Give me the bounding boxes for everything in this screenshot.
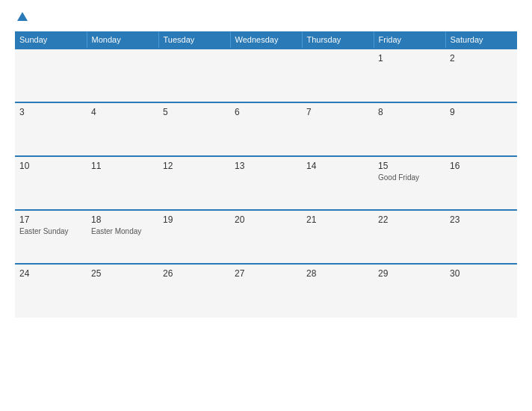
- day-number: 6: [235, 107, 297, 117]
- logo-triangle-icon: [17, 12, 28, 21]
- day-number: 3: [19, 107, 82, 117]
- calendar-cell: 9: [445, 102, 517, 156]
- day-header-tuesday: Tuesday: [158, 31, 230, 49]
- calendar-week-row: 17Easter Sunday18Easter Monday1920212223: [15, 210, 517, 264]
- calendar-cell: 21: [302, 210, 374, 264]
- calendar-cell: 4: [87, 102, 158, 156]
- day-number: 17: [19, 214, 82, 225]
- day-number: 22: [378, 214, 441, 225]
- day-number: 13: [235, 161, 297, 171]
- holiday-label: Good Friday: [378, 173, 441, 182]
- day-header-monday: Monday: [87, 31, 158, 49]
- calendar-cell: 28: [302, 264, 374, 318]
- calendar-cell: 6: [230, 102, 302, 156]
- calendar-cell: 17Easter Sunday: [15, 210, 87, 264]
- holiday-label: Easter Sunday: [19, 227, 82, 235]
- logo: [15, 12, 28, 22]
- calendar-cell: 16: [445, 156, 517, 210]
- calendar-cell: 5: [158, 102, 230, 156]
- calendar-cell: 15Good Friday: [374, 156, 445, 210]
- calendar-week-row: 24252627282930: [15, 264, 517, 318]
- calendar-table: SundayMondayTuesdayWednesdayThursdayFrid…: [15, 31, 517, 318]
- calendar-cell: 22: [374, 210, 445, 264]
- day-number: 30: [450, 268, 513, 279]
- day-number: 12: [163, 161, 226, 171]
- calendar-cell: 13: [230, 156, 302, 210]
- calendar-cell: [230, 49, 302, 102]
- day-number: 1: [378, 53, 441, 64]
- calendar-cell: 1: [374, 49, 445, 102]
- day-number: 26: [163, 268, 226, 279]
- calendar-cell: 20: [230, 210, 302, 264]
- calendar-cell: 14: [302, 156, 374, 210]
- calendar-cell: 18Easter Monday: [87, 210, 158, 264]
- calendar-header-row: SundayMondayTuesdayWednesdayThursdayFrid…: [15, 31, 517, 49]
- calendar-cell: 23: [445, 210, 517, 264]
- day-number: 20: [235, 214, 297, 225]
- day-header-friday: Friday: [374, 31, 445, 49]
- calendar-week-row: 3456789: [15, 102, 517, 156]
- calendar-cell: [15, 49, 87, 102]
- day-number: 4: [91, 107, 154, 117]
- calendar-week-row: 12: [15, 49, 517, 102]
- calendar-cell: [158, 49, 230, 102]
- calendar-cell: 7: [302, 102, 374, 156]
- day-header-sunday: Sunday: [15, 31, 87, 49]
- day-number: 8: [378, 107, 441, 117]
- calendar-header: [15, 12, 517, 22]
- calendar-cell: 26: [158, 264, 230, 318]
- day-number: 15: [378, 161, 441, 171]
- day-number: 28: [306, 268, 369, 279]
- day-number: 10: [19, 161, 82, 171]
- day-number: 9: [450, 107, 513, 117]
- calendar-cell: 12: [158, 156, 230, 210]
- day-number: 7: [306, 107, 369, 117]
- calendar-week-row: 101112131415Good Friday16: [15, 156, 517, 210]
- day-number: 5: [163, 107, 226, 117]
- calendar-cell: 27: [230, 264, 302, 318]
- day-number: 29: [378, 268, 441, 279]
- day-number: 14: [306, 161, 369, 171]
- day-number: 23: [450, 214, 513, 225]
- day-number: 21: [306, 214, 369, 225]
- calendar-page: SundayMondayTuesdayWednesdayThursdayFrid…: [0, 0, 532, 411]
- holiday-label: Easter Monday: [91, 227, 154, 235]
- day-header-saturday: Saturday: [445, 31, 517, 49]
- day-number: 25: [91, 268, 154, 279]
- day-header-wednesday: Wednesday: [230, 31, 302, 49]
- calendar-cell: 3: [15, 102, 87, 156]
- calendar-cell: 25: [87, 264, 158, 318]
- day-number: 2: [450, 53, 513, 64]
- day-number: 27: [235, 268, 297, 279]
- calendar-cell: 11: [87, 156, 158, 210]
- calendar-cell: 8: [374, 102, 445, 156]
- calendar-cell: 24: [15, 264, 87, 318]
- calendar-cell: 19: [158, 210, 230, 264]
- day-header-thursday: Thursday: [302, 31, 374, 49]
- calendar-cell: [302, 49, 374, 102]
- day-number: 16: [450, 161, 513, 171]
- day-number: 11: [91, 161, 154, 171]
- calendar-cell: 29: [374, 264, 445, 318]
- calendar-cell: 30: [445, 264, 517, 318]
- calendar-cell: 2: [445, 49, 517, 102]
- calendar-cell: 10: [15, 156, 87, 210]
- day-number: 24: [19, 268, 82, 279]
- calendar-cell: [87, 49, 158, 102]
- day-number: 18: [91, 214, 154, 225]
- day-number: 19: [163, 214, 226, 225]
